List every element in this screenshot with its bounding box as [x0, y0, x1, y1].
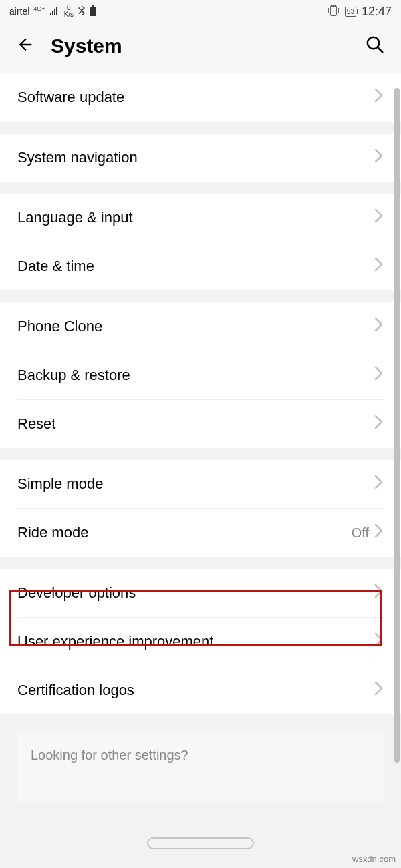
settings-item[interactable]: Backup & restore	[0, 351, 401, 399]
chevron-right-icon	[374, 632, 384, 651]
settings-item-label: User experience improvement	[17, 633, 374, 650]
settings-item[interactable]: Date & time	[0, 242, 401, 290]
watermark: wsxdn.com	[352, 854, 396, 864]
settings-item[interactable]: System navigation	[0, 134, 401, 182]
navigation-pill[interactable]	[147, 837, 254, 849]
settings-group: Software update	[0, 73, 401, 122]
settings-item[interactable]: Language & input	[0, 194, 401, 242]
settings-item-label: Date & time	[17, 258, 374, 275]
scrollbar[interactable]	[394, 88, 400, 763]
vibrate-icon	[327, 5, 340, 18]
carrier-label: airtel	[9, 6, 29, 17]
status-bar: airtel 4G+ 0 K/s 53 12:47	[0, 0, 401, 23]
settings-item-label: System navigation	[17, 149, 374, 166]
bluetooth-icon	[78, 5, 86, 18]
signal-icon	[49, 6, 60, 17]
chevron-right-icon	[374, 415, 384, 433]
search-icon[interactable]	[365, 35, 385, 57]
chevron-right-icon	[374, 317, 384, 336]
settings-group: Language & inputDate & time	[0, 194, 401, 290]
settings-item-label: Developer options	[17, 584, 374, 602]
settings-item-label: Backup & restore	[17, 367, 374, 384]
chevron-right-icon	[374, 208, 384, 227]
settings-item[interactable]: Ride modeOff	[0, 509, 401, 557]
chevron-right-icon	[374, 681, 384, 700]
network-type: 4G+	[33, 5, 45, 12]
settings-group: System navigation	[0, 134, 401, 182]
battery-indicator: 53	[345, 7, 356, 17]
battery-full-icon	[90, 5, 96, 18]
settings-item-label: Simple mode	[17, 475, 374, 493]
settings-item[interactable]: Developer options	[0, 569, 401, 617]
settings-item[interactable]: Software update	[0, 73, 401, 122]
settings-item[interactable]: Simple mode	[0, 460, 401, 508]
settings-item[interactable]: Reset	[0, 400, 401, 448]
clock: 12:47	[362, 5, 392, 19]
svg-rect-0	[92, 5, 94, 7]
settings-group: Phone CloneBackup & restoreReset	[0, 302, 401, 448]
settings-item[interactable]: Phone Clone	[0, 302, 401, 351]
footer-text: Looking for other settings?	[31, 748, 370, 763]
back-arrow-icon[interactable]	[16, 35, 35, 57]
chevron-right-icon	[374, 257, 384, 276]
footer-card: Looking for other settings?	[17, 732, 384, 803]
settings-item-label: Language & input	[17, 209, 374, 226]
settings-item[interactable]: Certification logos	[0, 666, 401, 714]
settings-item-value: Off	[352, 525, 369, 541]
chevron-right-icon	[374, 366, 384, 385]
settings-group: Developer optionsUser experience improve…	[0, 569, 401, 714]
chevron-right-icon	[374, 523, 384, 542]
page-header: System	[0, 23, 401, 73]
settings-item[interactable]: User experience improvement	[0, 618, 401, 666]
chevron-right-icon	[374, 475, 384, 493]
status-left: airtel 4G+ 0 K/s	[9, 5, 96, 18]
page-title: System	[51, 35, 349, 57]
svg-rect-2	[331, 6, 336, 15]
settings-item-label: Software update	[17, 89, 374, 106]
settings-item-label: Reset	[17, 415, 374, 433]
data-speed: 0 K/s	[64, 5, 74, 18]
settings-item-label: Certification logos	[17, 682, 374, 699]
settings-group: Simple modeRide modeOff	[0, 460, 401, 557]
chevron-right-icon	[374, 88, 384, 107]
chevron-right-icon	[374, 584, 384, 602]
chevron-right-icon	[374, 148, 384, 167]
svg-rect-1	[90, 7, 96, 16]
status-right: 53 12:47	[327, 5, 392, 19]
settings-item-label: Ride mode	[17, 524, 352, 541]
settings-item-label: Phone Clone	[17, 318, 374, 335]
